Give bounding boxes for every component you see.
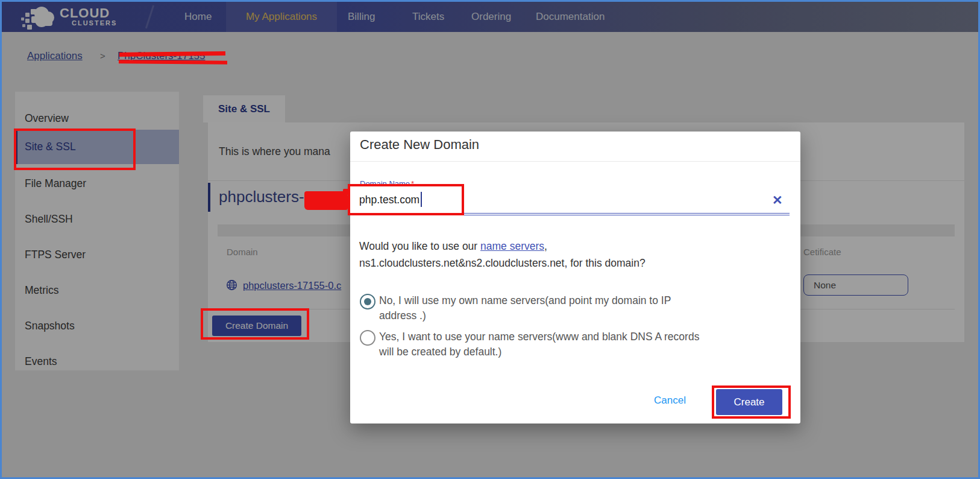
cancel-button[interactable]: Cancel (654, 395, 686, 407)
app-root: CLOUD CLUSTERS Home My Applications Bill… (0, 0, 980, 479)
clear-input-icon[interactable]: ✕ (772, 194, 783, 206)
radio-own-name-servers[interactable] (360, 294, 375, 309)
create-new-domain-modal: Create New Domain Domain Name* ✕ Would y… (350, 132, 800, 423)
name-servers-link[interactable]: name servers (480, 240, 544, 252)
create-button[interactable]: Create (716, 389, 782, 415)
domain-name-label: Domain Name* (360, 179, 414, 188)
domain-name-input[interactable] (359, 191, 757, 209)
input-focus-underline (360, 213, 790, 215)
radio-use-your-name-servers[interactable] (360, 330, 375, 346)
modal-title: Create New Domain (360, 137, 479, 153)
radio-own-name-servers-label[interactable]: No, I will use my own name servers(and p… (379, 293, 671, 323)
text-cursor (421, 192, 422, 207)
required-asterisk: * (411, 179, 414, 188)
nameserver-question-line1: Would you like to use our name servers, (359, 240, 547, 253)
radio-use-your-name-servers-label[interactable]: Yes, I want to use your name servers(www… (379, 329, 699, 360)
modal-title-divider (350, 161, 800, 162)
nameserver-question-line2: ns1.cloudclusters.net&ns2.cloudclusters.… (359, 257, 645, 270)
